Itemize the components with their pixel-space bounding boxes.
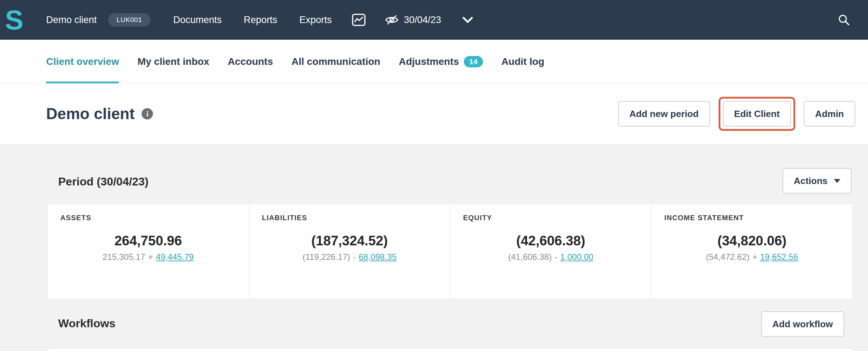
tab-label: Adjustments bbox=[399, 56, 459, 67]
assets-label: ASSETS bbox=[60, 214, 236, 222]
liabilities-adjustment-link[interactable]: 68,098.35 bbox=[359, 252, 397, 262]
liabilities-label: LIABILITIES bbox=[262, 214, 437, 222]
assets-base: 215,305.17 bbox=[103, 252, 145, 262]
equity-adjustment-link[interactable]: 1,000.00 bbox=[560, 252, 593, 262]
chevron-down-icon[interactable] bbox=[462, 16, 473, 23]
equity-column: EQUITY (42,606.38) (41,606.38)-1,000.00 bbox=[450, 204, 651, 299]
income-statement-operator: + bbox=[752, 252, 757, 262]
period-section: Period (30/04/23) Actions ASSETS 264,750… bbox=[0, 144, 868, 351]
add-workflow-button[interactable]: Add workflow bbox=[761, 311, 844, 337]
equity-label: EQUITY bbox=[463, 214, 638, 222]
equity-breakdown: (41,606.38)-1,000.00 bbox=[463, 252, 638, 262]
liabilities-column: LIABILITIES (187,324.52) (119,226.17)-68… bbox=[249, 204, 450, 299]
income-statement-total: (34,820.06) bbox=[664, 233, 840, 249]
assets-adjustment-link[interactable]: 49,445.79 bbox=[156, 252, 194, 262]
tab-adjustments[interactable]: Adjustments 14 bbox=[399, 40, 483, 83]
income-statement-breakdown: (54,472.62)+19,652.56 bbox=[664, 252, 840, 262]
search-icon[interactable] bbox=[837, 13, 850, 26]
assets-total: 264,750.96 bbox=[60, 233, 236, 249]
nav-exports[interactable]: Exports bbox=[299, 15, 332, 26]
tab-label: Accounts bbox=[228, 56, 273, 67]
app-logo[interactable]: S bbox=[5, 0, 23, 40]
client-tabbar: Client overview My client inbox Accounts… bbox=[0, 40, 868, 84]
navbar-links: Documents Reports Exports bbox=[173, 15, 332, 26]
tab-label: Client overview bbox=[46, 56, 119, 67]
assets-operator: + bbox=[148, 252, 153, 262]
liabilities-base: (119,226.17) bbox=[302, 252, 350, 262]
liabilities-breakdown: (119,226.17)-68,098.35 bbox=[262, 252, 437, 262]
header-buttons: Add new period Edit Client Admin bbox=[618, 97, 855, 131]
equity-operator: - bbox=[555, 252, 557, 262]
chart-icon[interactable] bbox=[352, 13, 366, 26]
tab-label: Audit log bbox=[501, 56, 544, 67]
top-navbar: S Demo client LUK001 Documents Reports E… bbox=[0, 0, 868, 40]
liabilities-total: (187,324.52) bbox=[262, 233, 437, 249]
tab-label: My client inbox bbox=[137, 56, 209, 67]
navbar-client-name[interactable]: Demo client bbox=[46, 15, 97, 26]
income-statement-base: (54,472.62) bbox=[706, 252, 749, 262]
income-statement-column: INCOME STATEMENT (34,820.06) (54,472.62)… bbox=[651, 204, 852, 299]
equity-total: (42,606.38) bbox=[463, 233, 638, 249]
page-header: Demo client i Add new period Edit Client… bbox=[0, 84, 868, 144]
nav-reports[interactable]: Reports bbox=[244, 15, 278, 26]
admin-button[interactable]: Admin bbox=[804, 101, 855, 127]
income-statement-label: INCOME STATEMENT bbox=[664, 214, 840, 222]
page-title: Demo client bbox=[46, 105, 134, 123]
eye-slash-icon[interactable] bbox=[385, 14, 399, 26]
tab-label: All communication bbox=[291, 56, 380, 67]
client-code-badge: LUK001 bbox=[108, 13, 151, 27]
edit-client-button[interactable]: Edit Client bbox=[723, 101, 791, 127]
edit-client-highlight-box: Edit Client bbox=[719, 97, 796, 131]
workflows-heading: Workflows bbox=[58, 317, 115, 330]
caret-down-icon bbox=[834, 179, 840, 183]
assets-breakdown: 215,305.17+49,445.79 bbox=[60, 252, 236, 262]
assets-column: ASSETS 264,750.96 215,305.17+49,445.79 bbox=[48, 204, 249, 299]
equity-base: (41,606.38) bbox=[508, 252, 552, 262]
actions-label: Actions bbox=[794, 176, 828, 186]
tab-accounts[interactable]: Accounts bbox=[228, 40, 273, 83]
income-statement-adjustment-link[interactable]: 19,652.56 bbox=[760, 252, 798, 262]
add-new-period-button[interactable]: Add new period bbox=[618, 101, 710, 127]
nav-documents[interactable]: Documents bbox=[173, 15, 222, 26]
period-heading: Period (30/04/23) bbox=[58, 175, 148, 188]
tab-my-client-inbox[interactable]: My client inbox bbox=[137, 40, 209, 83]
financial-summary-card: ASSETS 264,750.96 215,305.17+49,445.79 L… bbox=[47, 204, 853, 299]
navbar-period-date[interactable]: 30/04/23 bbox=[404, 15, 441, 26]
tab-all-communication[interactable]: All communication bbox=[291, 40, 380, 83]
tab-audit-log[interactable]: Audit log bbox=[501, 40, 544, 83]
liabilities-operator: - bbox=[353, 252, 356, 262]
info-icon[interactable]: i bbox=[142, 108, 153, 119]
actions-button[interactable]: Actions bbox=[782, 168, 852, 194]
adjustments-count-badge: 14 bbox=[464, 56, 483, 67]
workflows-card-edge bbox=[47, 348, 853, 351]
tab-client-overview[interactable]: Client overview bbox=[46, 40, 119, 83]
